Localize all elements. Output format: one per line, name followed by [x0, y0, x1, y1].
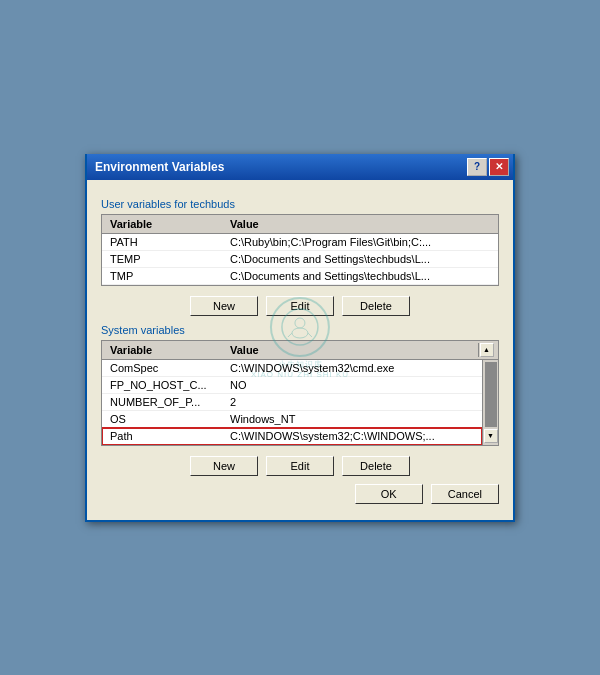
system-variables-section: System variables Variable Value ▲ ComSpe…	[101, 324, 499, 476]
user-new-button[interactable]: New	[190, 296, 258, 316]
dialog-title: Environment Variables	[95, 160, 224, 174]
dialog-body: User variables for techbuds Variable Val…	[87, 180, 513, 520]
table-row[interactable]: FP_NO_HOST_C... NO	[102, 377, 482, 394]
sys-row-1-var: FP_NO_HOST_C...	[106, 378, 226, 392]
user-table-body: PATH C:\Ruby\bin;C:\Program Files\Git\bi…	[102, 234, 498, 285]
scroll-up-arrow[interactable]: ▲	[480, 343, 494, 357]
system-table-body: ComSpec C:\WINDOWS\system32\cmd.exe FP_N…	[102, 360, 482, 445]
title-bar: Environment Variables ? ✕	[87, 154, 513, 180]
scroll-down-arrow[interactable]: ▼	[484, 429, 498, 443]
table-row[interactable]: OS Windows_NT	[102, 411, 482, 428]
close-button[interactable]: ✕	[489, 158, 509, 176]
user-header-variable: Variable	[106, 217, 226, 231]
sys-row-2-var: NUMBER_OF_P...	[106, 395, 226, 409]
user-row-0-val: C:\Ruby\bin;C:\Program Files\Git\bin;C:.…	[226, 235, 494, 249]
system-table-header: Variable Value ▲	[102, 341, 498, 360]
user-variables-box: Variable Value PATH C:\Ruby\bin;C:\Progr…	[101, 214, 499, 286]
system-buttons-row: New Edit Delete	[101, 456, 499, 476]
system-table-with-scroll: ComSpec C:\WINDOWS\system32\cmd.exe FP_N…	[102, 360, 498, 445]
sys-row-0-val: C:\WINDOWS\system32\cmd.exe	[226, 361, 478, 375]
user-section-label: User variables for techbuds	[101, 198, 499, 210]
help-button[interactable]: ?	[467, 158, 487, 176]
table-row-selected[interactable]: Path C:\WINDOWS\system32;C:\WINDOWS;...	[102, 428, 482, 445]
user-row-0-var: PATH	[106, 235, 226, 249]
sys-row-3-val: Windows_NT	[226, 412, 478, 426]
user-delete-button[interactable]: Delete	[342, 296, 410, 316]
table-row[interactable]: NUMBER_OF_P... 2	[102, 394, 482, 411]
sys-row-4-val: C:\WINDOWS\system32;C:\WINDOWS;...	[226, 429, 478, 443]
system-delete-button[interactable]: Delete	[342, 456, 410, 476]
system-section-label: System variables	[101, 324, 499, 336]
scroll-thumb	[485, 362, 497, 427]
user-variables-section: User variables for techbuds Variable Val…	[101, 198, 499, 316]
user-row-1-var: TEMP	[106, 252, 226, 266]
sys-row-3-var: OS	[106, 412, 226, 426]
user-row-1-val: C:\Documents and Settings\techbuds\L...	[226, 252, 494, 266]
sys-row-2-val: 2	[226, 395, 478, 409]
system-variables-box: Variable Value ▲ ComSpec C:\WINDOWS\syst…	[101, 340, 499, 446]
user-buttons-row: New Edit Delete	[101, 296, 499, 316]
title-bar-buttons: ? ✕	[467, 158, 509, 176]
cancel-button[interactable]: Cancel	[431, 484, 499, 504]
user-table-header: Variable Value	[102, 215, 498, 234]
system-new-button[interactable]: New	[190, 456, 258, 476]
environment-variables-dialog: Environment Variables ? ✕ User variables…	[85, 154, 515, 522]
user-row-2-val: C:\Documents and Settings\techbuds\L...	[226, 269, 494, 283]
ok-button[interactable]: OK	[355, 484, 423, 504]
table-row[interactable]: PATH C:\Ruby\bin;C:\Program Files\Git\bi…	[102, 234, 498, 251]
system-edit-button[interactable]: Edit	[266, 456, 334, 476]
footer-buttons: OK Cancel	[101, 484, 499, 508]
scrollbar[interactable]: ▲	[478, 343, 494, 357]
system-header-variable: Variable	[106, 343, 226, 357]
table-row[interactable]: ComSpec C:\WINDOWS\system32\cmd.exe	[102, 360, 482, 377]
sys-row-1-val: NO	[226, 378, 478, 392]
sys-row-4-var: Path	[106, 429, 226, 443]
table-row[interactable]: TMP C:\Documents and Settings\techbuds\L…	[102, 268, 498, 285]
table-row[interactable]: TEMP C:\Documents and Settings\techbuds\…	[102, 251, 498, 268]
user-header-value: Value	[226, 217, 494, 231]
sys-row-0-var: ComSpec	[106, 361, 226, 375]
user-row-2-var: TMP	[106, 269, 226, 283]
system-header-value: Value	[226, 343, 478, 357]
scrollbar-right[interactable]: ▼	[482, 360, 498, 445]
user-edit-button[interactable]: Edit	[266, 296, 334, 316]
